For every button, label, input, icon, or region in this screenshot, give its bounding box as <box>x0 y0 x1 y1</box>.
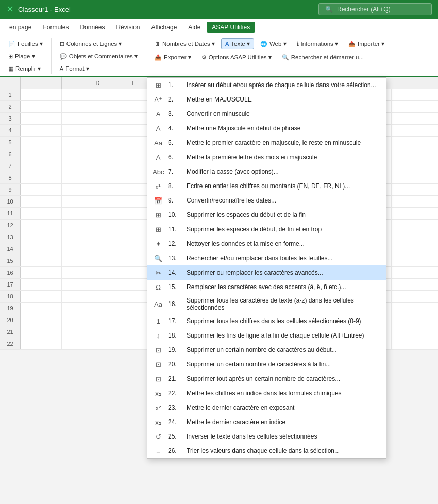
grid-cell[interactable] <box>82 160 113 172</box>
grid-cell[interactable] <box>41 314 62 326</box>
grid-cell[interactable] <box>62 314 82 326</box>
dropdown-item-4[interactable]: A4.Mettre une Majuscule en début de phra… <box>147 121 386 136</box>
grid-cell[interactable] <box>41 220 62 231</box>
grid-cell[interactable] <box>62 160 82 172</box>
menu-donnees[interactable]: Données <box>75 22 110 33</box>
grid-cell[interactable] <box>82 338 113 349</box>
dropdown-item-14[interactable]: ✂14.Supprimer ou remplacer les caractère… <box>147 265 386 280</box>
grid-cell[interactable] <box>41 255 62 266</box>
btn-exporter[interactable]: 📤 Exporter ▾ <box>150 52 195 63</box>
btn-plage[interactable]: ⊞ Plage ▾ <box>4 51 47 62</box>
grid-cell[interactable] <box>21 89 41 100</box>
grid-cell[interactable] <box>62 291 82 302</box>
btn-rechercher-demarrer[interactable]: 🔍 Rechercher et démarrer u... <box>278 52 368 63</box>
grid-cell[interactable] <box>82 279 113 290</box>
dropdown-item-26[interactable]: ≡26.Trier les valeurs dans chaque cellul… <box>147 444 386 458</box>
grid-cell[interactable] <box>62 208 82 219</box>
grid-cell[interactable] <box>21 326 41 338</box>
grid-cell[interactable] <box>82 291 113 302</box>
grid-cell[interactable] <box>21 255 41 266</box>
grid-cell[interactable] <box>82 255 113 266</box>
grid-cell[interactable] <box>82 220 113 231</box>
grid-cell[interactable] <box>41 160 62 172</box>
grid-cell[interactable] <box>41 89 62 100</box>
grid-cell[interactable] <box>62 125 82 136</box>
grid-cell[interactable] <box>62 196 82 207</box>
grid-cell[interactable] <box>41 208 62 219</box>
dropdown-item-8[interactable]: ₀¹8.Ecrire en entier les chiffres ou mon… <box>147 179 386 193</box>
grid-cell[interactable] <box>62 338 82 349</box>
grid-cell[interactable] <box>62 243 82 255</box>
dropdown-item-16[interactable]: Aa16.Supprimer tous les caractères de te… <box>147 294 386 314</box>
dropdown-item-24[interactable]: x₂24.Mettre le dernier caractère en indi… <box>147 415 386 429</box>
grid-cell[interactable] <box>82 172 113 183</box>
grid-cell[interactable] <box>41 196 62 207</box>
grid-cell[interactable] <box>21 303 41 314</box>
grid-cell[interactable] <box>82 113 113 124</box>
btn-remplir[interactable]: ▦ Remplir ▾ <box>4 63 47 74</box>
grid-cell[interactable] <box>21 243 41 255</box>
grid-cell[interactable] <box>21 208 41 219</box>
grid-cell[interactable] <box>82 243 113 255</box>
dropdown-item-18[interactable]: ↕18.Supprimer les fins de ligne à la fin… <box>147 328 386 343</box>
grid-cell[interactable] <box>62 113 82 124</box>
grid-cell[interactable] <box>21 279 41 290</box>
grid-cell[interactable] <box>82 125 113 136</box>
grid-cell[interactable] <box>21 113 41 124</box>
menu-revision[interactable]: Révision <box>111 22 145 33</box>
dropdown-item-2[interactable]: A⁺2.Mettre en MAJUSCULE <box>147 92 386 107</box>
btn-importer[interactable]: 📥 Importer ▾ <box>344 38 389 49</box>
dropdown-item-17[interactable]: 117.Supprimer tous les chiffres dans les… <box>147 314 386 328</box>
menu-affichage[interactable]: Affichage <box>146 22 182 33</box>
grid-cell[interactable] <box>41 303 62 314</box>
dropdown-item-9[interactable]: 📅9.Convertir/reconnaître les dates... <box>147 193 386 208</box>
grid-cell[interactable] <box>62 231 82 243</box>
btn-texte[interactable]: A Texte ▾ <box>221 38 254 49</box>
grid-cell[interactable] <box>41 326 62 338</box>
grid-cell[interactable] <box>21 184 41 195</box>
grid-cell[interactable] <box>21 160 41 172</box>
btn-objets-commentaires[interactable]: 💬 Objets et Commentaires ▾ <box>56 51 142 62</box>
grid-cell[interactable] <box>41 267 62 278</box>
dropdown-item-23[interactable]: x²23.Mettre le dernier caractère en expo… <box>147 400 386 415</box>
grid-cell[interactable] <box>21 231 41 243</box>
menu-formules[interactable]: Formules <box>38 22 74 33</box>
grid-cell[interactable] <box>62 279 82 290</box>
btn-feuilles[interactable]: 📄 Feuilles ▾ <box>4 38 47 49</box>
grid-cell[interactable] <box>21 125 41 136</box>
grid-cell[interactable] <box>21 137 41 148</box>
dropdown-item-6[interactable]: A6.Mettre la première lettre des mots en… <box>147 150 386 164</box>
grid-cell[interactable] <box>62 101 82 112</box>
grid-cell[interactable] <box>62 89 82 100</box>
grid-cell[interactable] <box>41 137 62 148</box>
dropdown-item-10[interactable]: ⊞10.Supprimer les espaces du début et de… <box>147 208 386 222</box>
grid-cell[interactable] <box>62 255 82 266</box>
grid-cell[interactable] <box>82 89 113 100</box>
grid-cell[interactable] <box>41 148 62 160</box>
grid-cell[interactable] <box>62 326 82 338</box>
dropdown-item-20[interactable]: ⊡20.Supprimer un certain nombre de carac… <box>147 357 386 372</box>
grid-cell[interactable] <box>62 220 82 231</box>
grid-cell[interactable] <box>82 148 113 160</box>
dropdown-item-22[interactable]: x₂22.Mettre les chiffres en indice dans … <box>147 386 386 400</box>
grid-cell[interactable] <box>21 220 41 231</box>
dropdown-item-12[interactable]: ✦12.Nettoyer les données et la mise en f… <box>147 237 386 251</box>
grid-cell[interactable] <box>21 291 41 302</box>
dropdown-item-11[interactable]: ⊞11.Supprimer les espaces de début, de f… <box>147 222 386 237</box>
btn-format[interactable]: A Format ▾ <box>56 63 142 74</box>
grid-cell[interactable] <box>82 137 113 148</box>
grid-cell[interactable] <box>82 314 113 326</box>
grid-cell[interactable] <box>62 172 82 183</box>
btn-nombres-dates[interactable]: 🗓 Nombres et Dates ▾ <box>150 38 219 49</box>
grid-cell[interactable] <box>41 172 62 183</box>
grid-cell[interactable] <box>41 279 62 290</box>
btn-informations[interactable]: ℹ Informations ▾ <box>293 38 342 49</box>
grid-cell[interactable] <box>62 267 82 278</box>
btn-options-asap[interactable]: ⚙ Options ASAP Utilities ▾ <box>197 52 276 63</box>
grid-cell[interactable] <box>82 101 113 112</box>
dropdown-item-19[interactable]: ⊡19.Supprimer un certain nombre de carac… <box>147 343 386 357</box>
grid-cell[interactable] <box>41 291 62 302</box>
grid-cell[interactable] <box>41 184 62 195</box>
dropdown-item-3[interactable]: A3.Convertir en minuscule <box>147 107 386 121</box>
grid-cell[interactable] <box>21 314 41 326</box>
